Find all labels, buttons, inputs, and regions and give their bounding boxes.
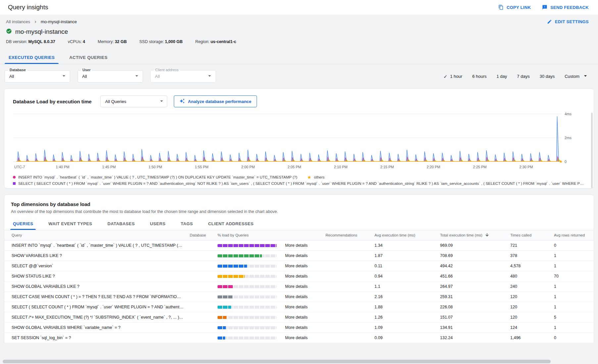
more-details-link[interactable]: More details [285, 315, 325, 320]
tab-active-queries[interactable]: ACTIVE QUERIES [62, 51, 115, 64]
dim-tab-wait-event-types[interactable]: WAIT EVENT TYPES [42, 217, 98, 230]
col-total-exec[interactable]: Total execution time (ms) [440, 233, 510, 238]
dim-tab-users[interactable]: USERS [144, 217, 172, 230]
legend-item[interactable]: INSERT INTO `mysql` . `heartbeat` ( `id`… [13, 175, 297, 179]
check-icon: ✓ [444, 74, 448, 79]
time-range-1-hour[interactable]: ✓1 hour [444, 74, 463, 79]
sparkle-icon [179, 98, 185, 105]
col-total-exec-label: Total execution time (ms) [440, 233, 482, 237]
load-cell [218, 326, 285, 329]
instance-meta-item: Region:us-central1-c [195, 39, 236, 44]
avg-rows-cell: 0 [554, 243, 594, 248]
legend-row: INSERT INTO `mysql` . `heartbeat` ( `id`… [13, 175, 585, 179]
meta-label: SSD storage: [139, 39, 164, 44]
svg-text:2:05 PM: 2:05 PM [288, 165, 301, 169]
avg-exec-cell: 1.87 [374, 253, 440, 258]
table-row[interactable]: SET SESSION `sql_log_bin` = ?More detail… [4, 333, 594, 343]
svg-text:2:25 PM: 2:25 PM [473, 165, 487, 169]
load-chart[interactable]: ★4ms2ms0UTC-71:40 PM1:45 PM1:50 PM1:55 P… [13, 111, 585, 173]
more-details-link[interactable]: More details [285, 294, 325, 299]
table-row[interactable]: SHOW GLOBAL VARIABLES WHERE `variable_na… [4, 323, 594, 333]
send-feedback-button[interactable]: SEND FEEDBACK [542, 5, 589, 10]
edit-settings-button[interactable]: EDIT SETTINGS [547, 19, 589, 24]
time-range-label: 1 hour [450, 74, 462, 79]
avg-exec-cell: 1.34 [374, 243, 440, 248]
total-exec-cell: 451.66 [440, 274, 510, 279]
col-database: Database [190, 233, 218, 237]
load-bar-fill [218, 265, 247, 268]
legend-item[interactable]: ★others [307, 175, 325, 179]
more-details-link[interactable]: More details [285, 253, 325, 258]
analyze-performance-button[interactable]: Analyze database performance [174, 95, 257, 107]
query-cell: SHOW GLOBAL VARIABLES WHERE `variable_na… [4, 325, 190, 330]
times-called-cell: 4,578 [510, 264, 554, 268]
more-details-link[interactable]: More details [285, 243, 325, 248]
top-dimensions-card: Top dimensions by database load An overv… [4, 194, 594, 343]
main-tabs: EXECUTED QUERIESACTIVE QUERIES [0, 51, 598, 64]
dim-tab-tags[interactable]: TAGS [175, 217, 199, 230]
table-row[interactable]: INSERT INTO `mysql` . `heartbeat` ( `id`… [4, 240, 594, 251]
table-row[interactable]: SHOW VARIABLES LIKE ?More details1.87708… [4, 251, 594, 261]
dim-tab-queries[interactable]: QUERIES [7, 217, 39, 230]
legend-row: SELECT ( SELECT COUNT ( * ) FROM `mysql`… [13, 182, 585, 185]
tab-executed-queries[interactable]: EXECUTED QUERIES [1, 51, 62, 64]
dim-tab-databases[interactable]: DATABASES [101, 217, 141, 230]
time-range-1-day[interactable]: 1 day [497, 74, 507, 79]
more-details-link[interactable]: More details [285, 264, 325, 268]
copy-link-button[interactable]: COPY LINK [498, 5, 531, 10]
time-range-label: 7 days [517, 74, 529, 79]
times-called-cell: 124 [510, 325, 554, 330]
total-exec-cell: 969.09 [440, 243, 510, 248]
more-details-link[interactable]: More details [285, 305, 325, 309]
query-cell: INSERT INTO `mysql` . `heartbeat` ( `id`… [4, 243, 190, 248]
total-exec-cell: 264.97 [440, 284, 510, 289]
query-filter-select[interactable]: All Queries [100, 95, 167, 107]
table-row[interactable]: SELECT /*+ MAX_EXECUTION_TIME (?) */ `SU… [4, 312, 594, 323]
more-details-link[interactable]: More details [285, 284, 325, 289]
horizontal-scrollbar-track [3, 360, 595, 363]
time-range-6-hours[interactable]: 6 hours [472, 74, 486, 79]
user-select[interactable]: UserAll [77, 70, 143, 82]
dim-tab-client-addresses[interactable]: CLIENT ADDRESSES [202, 217, 260, 230]
times-called-cell: 1,496 [510, 336, 554, 340]
total-exec-cell: 132.24 [440, 336, 510, 340]
time-range-custom[interactable]: Custom [565, 73, 589, 80]
table-row[interactable]: SELECT CASE WHEN COUNT ( * ) = ? THEN ? … [4, 292, 594, 302]
col-avg-exec: Avg execution time (ms) [374, 233, 440, 237]
topbar-actions: COPY LINK SEND FEEDBACK [498, 5, 589, 10]
time-range-30-days[interactable]: 30 days [540, 74, 555, 79]
table-row[interactable]: SHOW STATUS LIKE ?More details0.94451.66… [4, 271, 594, 282]
svg-text:2:15 PM: 2:15 PM [380, 165, 394, 169]
table-row[interactable]: SHOW GLOBAL VARIABLES LIKE ?More details… [4, 282, 594, 292]
chevron-down-icon [206, 73, 213, 80]
load-bar-track [218, 337, 276, 339]
avg-exec-cell: 0.94 [374, 274, 440, 279]
more-details-link[interactable]: More details [285, 325, 325, 330]
avg-rows-cell: 70 [554, 274, 594, 279]
app-bar: Query insights COPY LINK SEND FEEDBACK [0, 0, 598, 15]
more-details-link[interactable]: More details [285, 274, 325, 279]
query-cell: SELECT ( SELECT COUNT ( * ) FROM `mysql`… [4, 305, 190, 309]
avg-rows-cell: 1 [554, 284, 594, 289]
query-cell: SELECT CASE WHEN COUNT ( * ) = ? THEN ? … [4, 294, 190, 299]
svg-text:1:40 PM: 1:40 PM [56, 165, 70, 169]
client-address-select[interactable]: Client addressAll [150, 70, 216, 82]
more-details-link[interactable]: More details [285, 336, 325, 340]
time-range-7-days[interactable]: 7 days [517, 74, 529, 79]
horizontal-scrollbar-thumb[interactable] [3, 360, 551, 363]
meta-value: 32 GB [115, 39, 127, 44]
instance-meta: DB version:MySQL 8.0.37vCPUs:4Memory:32 … [0, 35, 598, 44]
table-row[interactable]: SELECT @@`version`More details0.11494.42… [4, 261, 594, 271]
table-row[interactable]: SELECT ( SELECT COUNT ( * ) FROM `mysql`… [4, 302, 594, 312]
dimensions-subtitle: An overview of the top dimensions that c… [4, 207, 594, 214]
legend-square-marker [13, 182, 16, 185]
breadcrumb-all-instances[interactable]: All instances [6, 19, 30, 24]
select-value: All [155, 74, 160, 79]
load-bar-fill [218, 285, 233, 288]
legend-item[interactable]: SELECT ( SELECT COUNT ( * ) FROM `mysql`… [13, 182, 585, 185]
meta-value: 4 [83, 39, 85, 44]
instance-healthy-icon [6, 28, 12, 35]
breadcrumb-current: mo-mysql-instance [41, 19, 77, 24]
database-select[interactable]: DatabaseAll [5, 70, 70, 82]
chart-vertical-scrollbar[interactable] [591, 113, 593, 188]
